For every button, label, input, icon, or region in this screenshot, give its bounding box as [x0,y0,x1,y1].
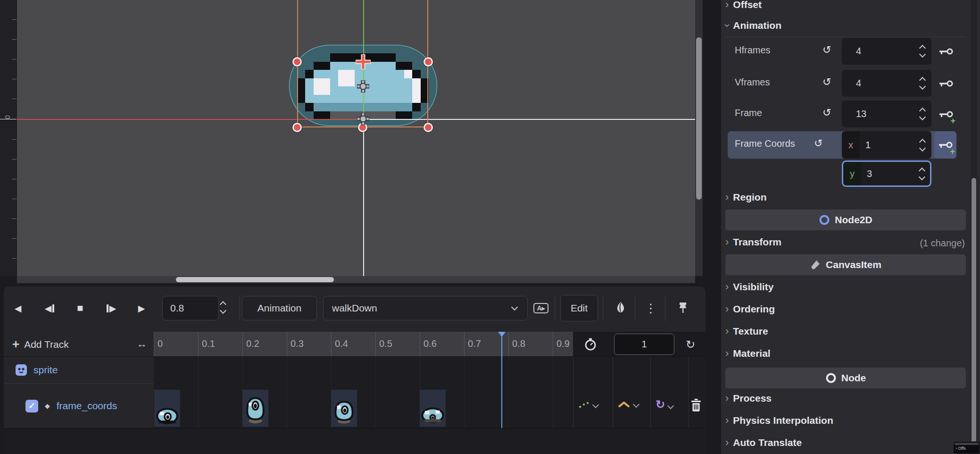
key-button[interactable] [936,38,956,65]
ruler-tick-label: 0.2 [242,332,287,357]
section-ordering[interactable]: › Ordering [725,303,775,315]
play-from-start-button[interactable]: ▶ [101,296,122,320]
revert-icon[interactable]: ↺ [822,107,831,119]
frame-coords-x-input[interactable]: x 1 [842,131,931,159]
anchor-gizmo[interactable] [355,111,371,127]
bar-icon [52,304,54,312]
selection-handle[interactable] [424,57,433,67]
section-physics-interpolation[interactable]: › Physics Interpolation [725,415,833,426]
track-node-row[interactable]: sprite [4,357,154,383]
revert-icon[interactable]: ↺ [822,44,831,56]
inspector-panel: › Offset › Animation Hframes ↺ 4 Vframes… [721,0,980,454]
loop-animation-icon[interactable]: ↻ [686,338,695,351]
value-spinner[interactable] [920,109,925,119]
onion-skinning-icon [615,301,627,315]
vframes-input[interactable]: 4 [842,70,931,97]
value-spinner[interactable] [920,78,925,89]
section-process[interactable]: › Process [725,393,772,404]
play-backwards-from-end-button[interactable]: ◀ [39,296,60,320]
category-node2d[interactable]: Node2D [725,210,966,230]
category-node[interactable]: Node [725,368,966,388]
frame-coords-y-input[interactable]: y 3 [842,160,931,187]
plus-icon[interactable]: + [12,337,19,352]
section-visibility[interactable]: › Visibility [725,281,773,293]
key-insert-button[interactable]: + [934,131,956,159]
section-material[interactable]: › Material [725,348,771,359]
remove-track-button[interactable] [690,399,702,412]
keyframe-thumbnail-0[interactable] [154,389,180,427]
ruler-tick [12,159,17,160]
play-backwards-button[interactable]: ◀ [8,296,27,320]
hframes-input[interactable]: 4 [842,38,931,65]
divider [725,37,966,37]
viewport-vscrollbar-thumb[interactable] [696,37,702,200]
section-title: Ordering [733,303,775,315]
pin-panel-button[interactable] [674,300,691,317]
selection-handle[interactable] [424,123,433,132]
animation-length-input[interactable]: 1 [614,334,674,355]
viewport-hscrollbar[interactable] [17,276,695,283]
section-auto-translate[interactable]: › Auto Translate [725,437,802,448]
track-enabled-checkbox[interactable]: ✓ [25,400,38,412]
tooltip-popup: › Offs [953,441,980,454]
track-property-row[interactable]: ✓ ◆ frame_coords [4,384,154,428]
interpolation-mode-button[interactable] [618,401,639,408]
ruler-tick-label: 0.1 [198,332,242,357]
keyframe-thumbnail-3[interactable] [420,389,446,427]
value-spinner[interactable] [920,46,925,57]
value-spinner[interactable] [920,168,924,179]
animation-menu-button[interactable]: Animation [242,296,317,320]
key-button[interactable] [936,70,956,97]
value-spinner[interactable] [920,140,925,151]
onion-skinning-button[interactable] [612,300,629,317]
revert-icon[interactable]: ↺ [822,76,831,88]
selection-handle[interactable] [292,57,302,67]
keyframe-thumbnail-1[interactable] [242,389,268,427]
revert-icon[interactable]: ↺ [814,137,822,150]
autoplay-on-load-button[interactable]: A▸ [532,300,550,317]
track-property-name: frame_coords [57,400,117,412]
selection-handle[interactable] [292,123,302,132]
frame-input[interactable]: 13 [842,101,931,127]
playhead-marker[interactable] [498,332,506,337]
section-animation[interactable]: › Animation [725,20,781,31]
speed-spinner[interactable] [221,302,225,313]
property-label: Frame Coords [735,138,795,149]
viewport-hscrollbar-thumb[interactable] [176,277,334,282]
property-label: Frame [735,108,762,118]
section-texture[interactable]: › Texture [725,326,768,337]
animation-select-dropdown[interactable]: walkDown [323,296,528,320]
update-mode-button[interactable] [578,401,598,409]
category-canvasitem[interactable]: CanvasItem [725,254,966,275]
keyframe-thumbnail-2[interactable] [331,389,357,427]
more-options-button[interactable]: ⋮ [643,300,659,317]
section-title: Region [733,192,766,203]
anchor-gizmo[interactable] [355,78,371,94]
pin-icon [678,302,688,314]
chevron-down-icon [667,403,674,409]
key-insert-button[interactable]: + [936,101,956,127]
section-offset[interactable]: › Offset [725,0,762,10]
key-icon [939,48,953,55]
position-cross-gizmo[interactable] [355,53,372,70]
category-title: Node [841,372,866,384]
section-region[interactable]: › Region [725,192,767,203]
x-axis-label: x [848,140,853,151]
pan-timeline-icon[interactable]: ↔ [137,338,147,350]
ruler-tick [12,79,17,79]
loop-wrap-mode-button[interactable]: ↻ [656,398,673,411]
timeline-ruler[interactable]: 0 0.1 0.2 0.3 0.4 0.5 0.6 0.7 0.8 0.9 [154,332,573,357]
ruler-tick [12,179,17,179]
playback-speed-input[interactable]: 0.8 [162,296,219,320]
inspector-scrollbar-thumb[interactable] [972,178,976,454]
stop-button[interactable]: ■ [71,296,90,320]
add-track-label[interactable]: Add Track [24,339,69,350]
ruler-tick-label: 0.5 [375,332,420,357]
tracks-empty-area [4,429,706,454]
chevron-right-icon: › [725,393,729,404]
autoplay-icon: A▸ [533,303,548,313]
playhead-line[interactable] [501,332,502,428]
section-transform[interactable]: › Transform [725,236,781,248]
edit-button[interactable]: Edit [560,295,598,321]
play-button[interactable]: ▶ [132,296,151,320]
